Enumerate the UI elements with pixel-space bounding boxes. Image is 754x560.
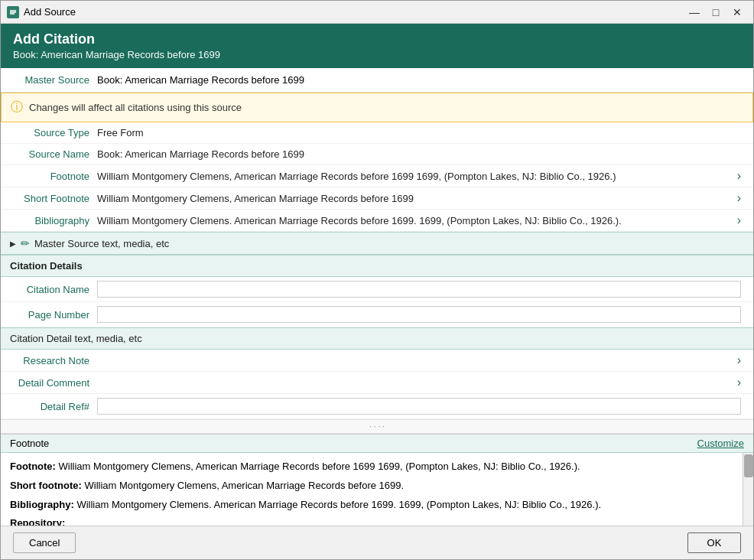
citation-name-row: Citation Name (1, 277, 753, 302)
master-source-value: Book: American Marriage Records before 1… (97, 74, 741, 86)
footnote-full-text: Footnote: William Montgomery Clemens, Am… (10, 459, 744, 475)
detail-ref-row: Detail Ref# (1, 394, 753, 419)
bibliography-label: Bibliography (13, 215, 97, 226)
dialog-content: Master Source Book: American Marriage Re… (1, 68, 753, 526)
footnote-label: Footnote (13, 171, 97, 182)
ok-button[interactable]: OK (687, 532, 741, 553)
scrollbar-thumb[interactable] (744, 454, 753, 477)
bibliography-full-text: Bibliography: William Montgomery Clemens… (10, 497, 744, 513)
source-name-label: Source Name (13, 148, 97, 160)
page-number-field[interactable] (97, 306, 741, 323)
citation-name-input[interactable] (97, 281, 741, 298)
short-footnote-label: Short Footnote (13, 193, 97, 204)
footnote-scrollbar[interactable] (743, 453, 753, 526)
master-source-row: Master Source Book: American Marriage Re… (1, 68, 753, 93)
short-footnote-full-text: Short footnote: William Montgomery Cleme… (10, 478, 744, 494)
source-name-value: Book: American Marriage Records before 1… (97, 148, 741, 160)
short-footnote-value[interactable]: William Montgomery Clemens, American Mar… (97, 191, 741, 205)
footnote-value[interactable]: William Montgomery Clemens, American Mar… (97, 169, 741, 183)
short-footnote-chevron-icon: › (737, 191, 741, 205)
dialog-title: Add Citation (13, 31, 741, 47)
master-source-section-label: Master Source text, media, etc (34, 238, 169, 249)
warning-text: Changes will affect all citations using … (29, 102, 242, 113)
detail-comment-chevron-icon: › (737, 376, 741, 389)
citation-detail-section-label: Citation Detail text, media, etc (10, 333, 142, 344)
source-type-label: Source Type (13, 127, 97, 138)
footnote-panel: Footnote Customize Footnote: William Mon… (1, 434, 753, 526)
source-type-value: Free Form (97, 127, 741, 138)
research-note-row[interactable]: Research Note › (1, 350, 753, 372)
bibliography-chevron-icon: › (737, 213, 741, 227)
title-bar-left: Add Source (7, 6, 76, 18)
warning-icon: ⓘ (11, 99, 23, 116)
bibliography-value[interactable]: William Montgomery Clemens. American Mar… (97, 213, 741, 227)
minimize-button[interactable]: — (684, 2, 704, 22)
page-number-row: Page Number (1, 302, 753, 327)
dialog-footer: Cancel OK (1, 526, 753, 559)
detail-ref-field[interactable] (97, 398, 741, 415)
page-number-label: Page Number (13, 309, 97, 321)
citation-name-label: Citation Name (13, 284, 97, 295)
research-note-label: Research Note (13, 355, 97, 366)
footnote-chevron-icon: › (737, 169, 741, 183)
master-source-label: Master Source (13, 74, 97, 86)
divider-dots: · · · · (1, 419, 753, 434)
footnote-content: Footnote: William Montgomery Clemens, Am… (1, 453, 753, 526)
footnote-body: Footnote: William Montgomery Clemens, Am… (1, 453, 753, 526)
dialog-header: Add Citation Book: American Marriage Rec… (1, 24, 753, 68)
research-note-chevron-icon: › (737, 353, 741, 367)
detail-ref-value[interactable] (97, 398, 741, 415)
citation-detail-section-header[interactable]: Citation Detail text, media, etc (1, 327, 753, 350)
window-controls: — □ ✕ (684, 2, 747, 22)
source-type-row: Source Type Free Form (1, 122, 753, 144)
footnote-row[interactable]: Footnote William Montgomery Clemens, Ame… (1, 165, 753, 187)
detail-ref-label: Detail Ref# (13, 401, 97, 412)
app-icon (7, 6, 19, 18)
title-bar: Add Source — □ ✕ (1, 1, 753, 24)
detail-comment-label: Detail Comment (13, 377, 97, 389)
detail-comment-value[interactable]: › (97, 376, 741, 389)
short-footnote-row[interactable]: Short Footnote William Montgomery Clemen… (1, 187, 753, 210)
citation-details-header: Citation Details (1, 255, 753, 277)
citation-name-field[interactable] (97, 281, 741, 298)
source-name-row: Source Name Book: American Marriage Reco… (1, 144, 753, 165)
maximize-button[interactable]: □ (706, 2, 726, 22)
window-title: Add Source (24, 6, 76, 18)
footnote-panel-header: Footnote Customize (1, 435, 753, 453)
warning-bar: ⓘ Changes will affect all citations usin… (1, 93, 753, 122)
expand-triangle-icon: ▶ (10, 239, 16, 248)
customize-link[interactable]: Customize (697, 438, 744, 449)
cancel-button[interactable]: Cancel (13, 532, 76, 553)
citation-fields-section: Research Note › Detail Comment › Detail … (1, 350, 753, 419)
pencil-icon: ✏ (21, 237, 30, 249)
master-source-section-header[interactable]: ▶ ✏ Master Source text, media, etc (1, 232, 753, 255)
footnote-panel-title: Footnote (10, 438, 49, 449)
citation-form-section: Citation Name Page Number (1, 277, 753, 327)
bibliography-row[interactable]: Bibliography William Montgomery Clemens.… (1, 210, 753, 232)
page-number-input[interactable] (97, 306, 741, 323)
detail-comment-row[interactable]: Detail Comment › (1, 372, 753, 394)
close-button[interactable]: ✕ (727, 2, 747, 22)
main-window: Add Source — □ ✕ Add Citation Book: Amer… (0, 0, 754, 560)
form-section: Source Type Free Form Source Name Book: … (1, 122, 753, 232)
repository-text: Repository: Ind: K. Ryan Sayer 1414 Sout… (10, 516, 744, 526)
dialog-subtitle: Book: American Marriage Records before 1… (13, 49, 741, 60)
research-note-value[interactable]: › (97, 353, 741, 367)
